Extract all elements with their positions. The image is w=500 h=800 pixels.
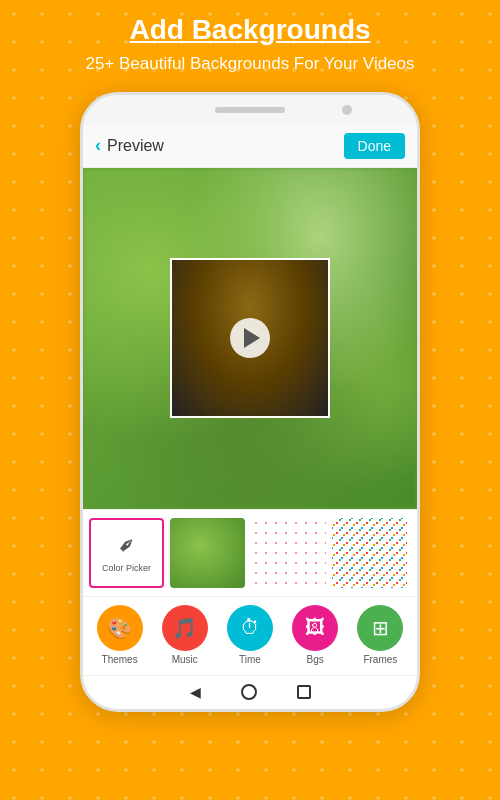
thumbnails-strip: ✒ Color Picker — [83, 509, 417, 596]
nav-item-bgs[interactable]: 🖼 Bgs — [292, 605, 338, 665]
phone-speaker — [215, 107, 285, 113]
phone-mockup: ‹ Preview Done ✒ Color Picker — [0, 92, 500, 712]
app-header-left: ‹ Preview — [95, 135, 164, 156]
music-label: Music — [172, 654, 198, 665]
nav-item-frames[interactable]: ⊞ Frames — [357, 605, 403, 665]
bgs-label: Bgs — [307, 654, 324, 665]
frames-icon-circle: ⊞ — [357, 605, 403, 651]
phone-frame: ‹ Preview Done ✒ Color Picker — [80, 92, 420, 712]
themes-icon-circle: 🎨 — [97, 605, 143, 651]
android-back-icon[interactable]: ◀ — [190, 684, 201, 700]
music-icon-circle: 🎵 — [162, 605, 208, 651]
time-label: Time — [239, 654, 261, 665]
frames-label: Frames — [363, 654, 397, 665]
android-home-icon[interactable] — [241, 684, 257, 700]
nav-item-music[interactable]: 🎵 Music — [162, 605, 208, 665]
eyedropper-icon: ✒ — [111, 530, 142, 561]
thumb-color-picker-label: Color Picker — [102, 563, 151, 573]
android-recents-icon[interactable] — [297, 685, 311, 699]
video-area — [83, 168, 417, 509]
back-icon[interactable]: ‹ — [95, 135, 101, 156]
page-header: Add Backgrounds 25+ Beautiful Background… — [0, 0, 500, 82]
time-icon-circle: ⏱ — [227, 605, 273, 651]
bottom-nav: 🎨 Themes 🎵 Music ⏱ Time 🖼 Bgs ⊞ Frames — [83, 596, 417, 675]
thumb-pink-dots[interactable] — [251, 518, 326, 588]
thumb-multi-dots[interactable] — [332, 518, 407, 588]
done-button[interactable]: Done — [344, 133, 405, 159]
bgs-icon-circle: 🖼 — [292, 605, 338, 651]
themes-label: Themes — [102, 654, 138, 665]
page-subtitle: 25+ Beautiful Backgrounds For Your Video… — [20, 52, 480, 76]
page-title: Add Backgrounds — [20, 14, 480, 46]
phone-camera — [342, 105, 352, 115]
thumb-green-nature[interactable] — [170, 518, 245, 588]
nav-item-themes[interactable]: 🎨 Themes — [97, 605, 143, 665]
thumb-color-picker[interactable]: ✒ Color Picker — [89, 518, 164, 588]
phone-top-bar — [83, 95, 417, 125]
play-icon[interactable] — [230, 318, 270, 358]
app-header: ‹ Preview Done — [83, 125, 417, 168]
nav-item-time[interactable]: ⏱ Time — [227, 605, 273, 665]
video-person — [172, 260, 328, 416]
phone-bottom-bar: ◀ — [83, 675, 417, 709]
preview-label: Preview — [107, 137, 164, 155]
video-thumbnail[interactable] — [170, 258, 330, 418]
play-triangle — [244, 328, 260, 348]
